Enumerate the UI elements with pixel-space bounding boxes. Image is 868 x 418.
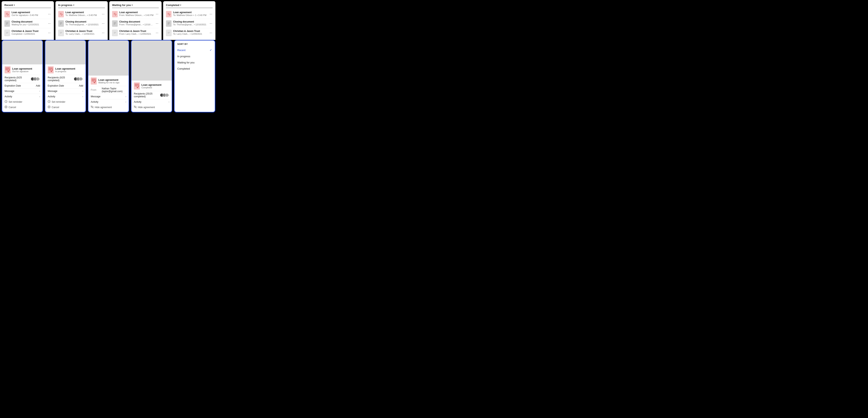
document-name: Christian & Jason Trust <box>173 30 208 33</box>
more-options-button[interactable]: ··· <box>48 22 51 25</box>
dropdown-header-completed[interactable]: Completed▾ <box>166 4 213 8</box>
sort-option-in-progress[interactable]: In progress <box>177 53 212 59</box>
document-info: Loan agreement To: Matthew Gibson... • 3… <box>65 11 100 17</box>
more-options-button[interactable]: ··· <box>101 12 105 16</box>
sort-option-waiting-for-you[interactable]: Waiting for you <box>177 59 212 66</box>
action-hide-agreement[interactable]: Hide agreement <box>91 104 126 110</box>
more-options-button[interactable]: ··· <box>155 31 159 35</box>
checkmark-icon: ✓ <box>210 49 212 52</box>
card-row-recipients--0-25-completed-[interactable]: Recipients (0/25 completed)› <box>5 75 40 83</box>
card-row-label: Activity <box>134 100 168 103</box>
dropdown-header-recent[interactable]: Recent▾ <box>4 4 51 8</box>
document-icon <box>112 11 118 18</box>
document-icon <box>166 20 172 27</box>
document-name: Christian & Jason Trust <box>11 30 46 33</box>
chevron-right-icon: › <box>168 100 169 103</box>
chevron-right-icon: › <box>82 77 83 81</box>
dropdown-panel-waiting-for-you: Waiting for you▾ Loan agreement From: Ma… <box>109 1 161 40</box>
document-subtitle: Waiting for you • 12/10/2021 <box>11 23 46 26</box>
document-subtitle: Out for signature • 3:40 PM <box>11 14 46 17</box>
card-content-area: Loan agreement In progressRecipients (0/… <box>45 64 86 112</box>
card-row-message[interactable]: Message› <box>91 94 126 99</box>
card-row-activity[interactable]: Activity› <box>48 94 83 99</box>
action-cancel[interactable]: Cancel <box>48 104 83 110</box>
action-set-reminder[interactable]: Set reminder <box>48 99 83 104</box>
action-icon <box>5 100 7 103</box>
action-cancel[interactable]: Cancel <box>5 104 40 110</box>
more-options-button[interactable]: ··· <box>101 22 105 25</box>
card-title-row: Loan agreement In progress <box>48 66 83 73</box>
chevron-down-icon: ▾ <box>73 4 74 6</box>
card-doc-name: Loan agreement <box>12 67 32 70</box>
card-row-activity[interactable]: Activity› <box>91 99 126 104</box>
document-info: Closing document To: Thomas@gmai... • 12… <box>65 20 100 26</box>
document-list-item[interactable]: Closing document Waiting for you • 12/10… <box>4 19 51 28</box>
action-hide-agreement[interactable]: Hide agreement <box>134 104 169 110</box>
action-icon <box>5 105 7 109</box>
document-list-item[interactable]: Loan agreement To: Matthew Gibson + 1 • … <box>166 9 213 19</box>
document-list-item[interactable]: Christian & Jason Trust To: Larry Clark.… <box>58 28 105 37</box>
more-options-button[interactable]: ··· <box>101 31 105 35</box>
add-button[interactable]: Add <box>36 84 40 87</box>
avatar-group <box>160 93 168 97</box>
sort-option-completed[interactable]: Completed <box>177 66 212 72</box>
document-list-item[interactable]: Closing document To: Thomas@gmai... • 12… <box>166 19 213 28</box>
more-options-button[interactable]: ··· <box>209 31 213 35</box>
card-doc-info: Loan agreement Completed <box>142 83 161 89</box>
more-options-button[interactable]: ··· <box>209 12 213 16</box>
document-name: Christian & Jason Trust <box>65 30 100 33</box>
sort-option-label: In progress <box>177 55 190 58</box>
card-row-message[interactable]: Message› <box>5 88 40 94</box>
card-row-activity[interactable]: Activity› <box>134 99 169 104</box>
card-row-activity[interactable]: Activity› <box>5 94 40 99</box>
svg-rect-4 <box>59 21 63 26</box>
dropdown-header-waiting-for-you[interactable]: Waiting for you▾ <box>112 4 159 8</box>
more-options-button[interactable]: ··· <box>155 12 159 16</box>
document-name: Loan agreement <box>65 11 100 14</box>
document-list-item[interactable]: Loan agreement From: Matthew Gibson... •… <box>112 9 159 19</box>
document-info: Christian & Jason Trust From: Larry Clar… <box>119 30 154 35</box>
document-list-item[interactable]: Loan agreement Out for signature • 3:40 … <box>4 9 51 19</box>
document-subtitle: From: Matthew Gibson... • 3:40 PM <box>119 14 154 17</box>
svg-rect-11 <box>167 31 170 35</box>
document-name: Christian & Jason Trust <box>119 30 154 33</box>
document-subtitle: To: Thomas@gmai... • 12/10/2021 <box>173 23 208 26</box>
card-row-expiration-date[interactable]: Expiration DateAdd <box>48 83 83 88</box>
document-list-item[interactable]: Christian & Jason Trust Completed • 12/0… <box>4 28 51 37</box>
action-label: Cancel <box>52 106 59 109</box>
action-set-reminder[interactable]: Set reminder <box>5 99 40 104</box>
document-name: Closing document <box>65 20 100 23</box>
card-row-expiration-date[interactable]: Expiration DateAdd <box>5 83 40 88</box>
sort-option-recent[interactable]: Recent✓ <box>177 47 212 53</box>
card-row-recipients--25-25-completed-[interactable]: Recipients (25/25 completed)› <box>134 91 169 99</box>
card-row-label: Activity <box>5 95 39 98</box>
chevron-right-icon: › <box>82 95 83 98</box>
card-document-icon <box>134 83 140 89</box>
document-subtitle: To: Matthew Gibson... • 3:40 PM <box>65 14 100 17</box>
card-row-recipients--0-25-completed-[interactable]: Recipients (0/25 completed)› <box>48 75 83 83</box>
dropdown-title: Recent <box>4 4 13 7</box>
document-icon <box>4 30 10 36</box>
document-list-item[interactable]: Closing document To: Thomas@gmai... • 12… <box>58 19 105 28</box>
document-list-item[interactable]: Loan agreement To: Matthew Gibson... • 3… <box>58 9 105 19</box>
add-button[interactable]: Add <box>79 84 83 87</box>
document-list-item[interactable]: Christian & Jason Trust To: Larry Clark.… <box>166 28 213 37</box>
card-doc-info: Loan agreement Out for signature <box>12 67 32 73</box>
card-document-preview <box>45 40 86 64</box>
more-options-button[interactable]: ··· <box>209 22 213 25</box>
more-options-button[interactable]: ··· <box>155 22 159 25</box>
more-options-button[interactable]: ··· <box>48 12 51 16</box>
document-list-item[interactable]: Christian & Jason Trust From: Larry Clar… <box>112 28 159 37</box>
card-row-message[interactable]: Message› <box>48 88 83 94</box>
dropdown-title: In progress <box>58 4 72 7</box>
document-list-item[interactable]: Closing document From: Thomas@gmai... • … <box>112 19 159 28</box>
action-icon <box>91 105 94 109</box>
dropdown-header-in-progress[interactable]: In progress▾ <box>58 4 105 8</box>
document-icon <box>58 30 64 36</box>
document-info: Loan agreement To: Matthew Gibson + 1 • … <box>173 11 208 17</box>
card-card-completed: Loan agreement CompletedRecipients (25/2… <box>131 40 172 112</box>
from-value: Nathan Taylor (taylor@gmail.com) <box>102 87 126 93</box>
avatar <box>79 77 83 81</box>
card-card-inprogress: Loan agreement In progressRecipients (0/… <box>45 40 86 112</box>
more-options-button[interactable]: ··· <box>48 31 51 35</box>
